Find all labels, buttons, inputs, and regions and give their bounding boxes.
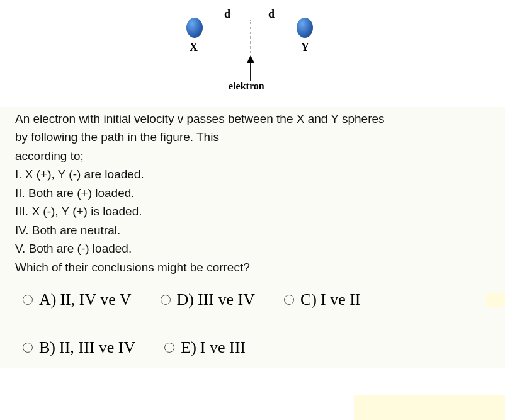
distance-line-1 <box>203 28 249 28</box>
radio-icon <box>284 295 294 305</box>
label-sphere-x: X <box>190 41 198 54</box>
answer-label: B) <box>39 338 55 357</box>
answer-text: II, III ve IV <box>59 338 135 357</box>
radio-icon <box>161 295 171 305</box>
answer-option-d[interactable]: D) III ve IV <box>161 290 255 309</box>
question-text: An electron with initial velocity v pass… <box>0 107 505 281</box>
label-electron: elektron <box>229 81 264 92</box>
question-line: V. Both are (-) loaded. <box>15 239 490 258</box>
answer-text: I ve II <box>321 290 361 309</box>
question-line: IV. Both are neutral. <box>15 221 490 239</box>
sphere-y-icon <box>297 18 313 38</box>
question-line: by following the path in the figure. Thi… <box>15 128 490 146</box>
label-distance-2: d <box>268 8 275 21</box>
answer-text: I ve III <box>200 338 246 357</box>
answer-option-b[interactable]: B) II, III ve IV <box>23 338 135 357</box>
label-sphere-y: Y <box>301 41 309 54</box>
answer-text: III ve IV <box>198 290 255 309</box>
answer-option-c[interactable]: C) I ve II <box>284 290 361 309</box>
arrow-up-icon <box>247 55 253 79</box>
answer-label: A) <box>39 290 56 309</box>
question-line: II. Both are (+) loaded. <box>15 184 490 202</box>
answer-option-e[interactable]: E) I ve III <box>164 338 246 357</box>
question-line: I. X (+), Y (-) are loaded. <box>15 165 490 183</box>
distance-line-2 <box>251 28 297 28</box>
answer-option-a[interactable]: A) II, IV ve V <box>23 290 132 309</box>
answer-label: D) <box>177 290 194 309</box>
svg-marker-1 <box>247 55 254 63</box>
highlight-patch <box>354 395 505 420</box>
sphere-x-icon <box>186 18 203 38</box>
answer-label: C) <box>300 290 317 309</box>
answers-block: A) II, IV ve V D) III ve IV C) I ve II B… <box>0 281 505 368</box>
radio-icon <box>23 295 33 305</box>
question-line: Which of their conclusions might be corr… <box>15 258 490 276</box>
highlight-patch <box>486 293 505 307</box>
answer-label: E) <box>181 338 196 357</box>
question-line: An electron with initial velocity v pass… <box>15 110 490 128</box>
radio-icon <box>164 343 174 353</box>
center-axis-line <box>250 20 251 57</box>
answer-text: II, IV ve V <box>60 290 131 309</box>
question-line: according to; <box>15 147 490 165</box>
question-line: III. X (-), Y (+) is loaded. <box>15 202 490 220</box>
radio-icon <box>23 343 33 353</box>
label-distance-1: d <box>224 8 230 21</box>
diagram: X Y d d elektron <box>95 0 410 101</box>
